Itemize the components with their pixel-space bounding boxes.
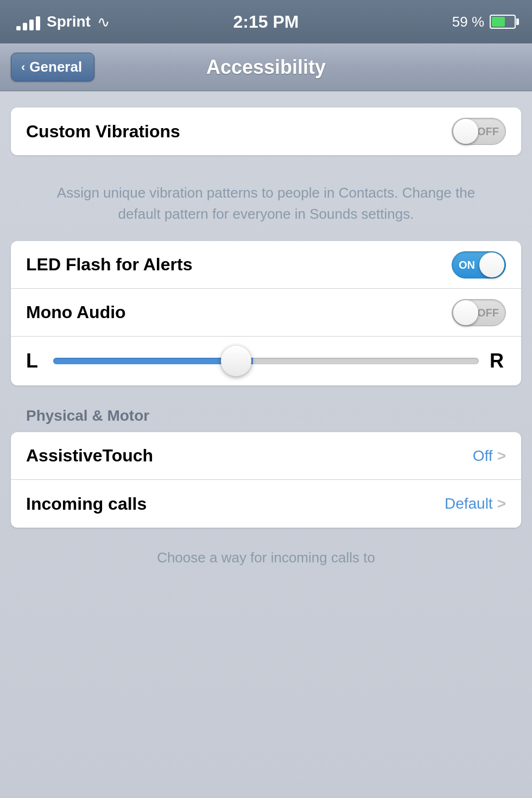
custom-vibrations-group: Custom Vibrations OFF xyxy=(11,107,521,155)
wifi-icon: ∿ xyxy=(97,13,110,31)
mono-audio-toggle-knob xyxy=(453,300,478,325)
assistive-touch-row[interactable]: AssistiveTouch Off > xyxy=(11,432,521,480)
back-button-label: General xyxy=(29,59,82,75)
vibrations-description: Assign unique vibration patterns to peop… xyxy=(11,166,521,241)
led-flash-label: LED Flash for Alerts xyxy=(26,255,192,275)
incoming-calls-label: Incoming calls xyxy=(26,494,147,514)
mono-audio-toggle[interactable]: OFF xyxy=(452,299,506,326)
audio-balance-row: L R xyxy=(11,337,521,385)
custom-vibrations-row: Custom Vibrations OFF xyxy=(11,107,521,155)
incoming-calls-row[interactable]: Incoming calls Default > xyxy=(11,480,521,528)
incoming-calls-value: Default xyxy=(445,495,493,512)
led-flash-toggle[interactable]: ON xyxy=(452,251,506,278)
mono-audio-toggle-state: OFF xyxy=(477,306,499,319)
audio-group: LED Flash for Alerts ON Mono Audio OFF L… xyxy=(11,241,521,385)
signal-bar-2 xyxy=(23,23,27,30)
physical-motor-group: AssistiveTouch Off > Incoming calls Defa… xyxy=(11,432,521,528)
incoming-calls-value-group: Default > xyxy=(445,495,506,512)
status-bar: Sprint ∿ 2:15 PM 59 % xyxy=(0,0,532,43)
status-left: Sprint ∿ xyxy=(16,13,110,31)
custom-vibrations-label: Custom Vibrations xyxy=(26,122,180,142)
led-flash-toggle-knob xyxy=(479,252,504,277)
time-display: 2:15 PM xyxy=(233,12,299,32)
footer-hint: Choose a way for incoming calls to xyxy=(11,539,521,577)
assistive-touch-chevron-icon: > xyxy=(497,447,506,465)
battery-percent-label: 59 % xyxy=(452,14,484,30)
signal-bar-3 xyxy=(29,20,34,30)
signal-bar-1 xyxy=(16,26,21,30)
content-area: Custom Vibrations OFF Assign unique vibr… xyxy=(0,91,532,798)
custom-vibrations-toggle-state: OFF xyxy=(477,125,499,138)
battery-icon xyxy=(490,15,516,29)
assistive-touch-value-group: Off > xyxy=(473,447,506,465)
assistive-touch-value: Off xyxy=(473,447,493,465)
custom-vibrations-toggle[interactable]: OFF xyxy=(452,118,506,145)
audio-balance-slider[interactable] xyxy=(53,358,479,364)
back-chevron-icon: ‹ xyxy=(21,60,25,74)
slider-thumb[interactable] xyxy=(221,346,251,376)
mono-audio-label: Mono Audio xyxy=(26,302,126,322)
battery-fill xyxy=(492,17,505,27)
signal-bars xyxy=(16,13,40,30)
slider-right-label: R xyxy=(490,350,506,372)
assistive-touch-label: AssistiveTouch xyxy=(26,446,153,466)
status-right: 59 % xyxy=(452,14,516,30)
mono-audio-row: Mono Audio OFF xyxy=(11,289,521,337)
nav-bar: ‹ General Accessibility xyxy=(0,43,532,91)
led-flash-toggle-state: ON xyxy=(459,258,475,271)
carrier-label: Sprint xyxy=(47,13,91,30)
page-title: Accessibility xyxy=(206,56,326,79)
physical-motor-section-header: Physical & Motor xyxy=(11,396,521,432)
incoming-calls-chevron-icon: > xyxy=(497,495,506,512)
led-flash-row: LED Flash for Alerts ON xyxy=(11,241,521,289)
slider-left-label: L xyxy=(26,350,42,372)
custom-vibrations-toggle-knob xyxy=(453,119,478,144)
signal-bar-4 xyxy=(36,16,40,30)
back-button[interactable]: ‹ General xyxy=(11,53,94,81)
